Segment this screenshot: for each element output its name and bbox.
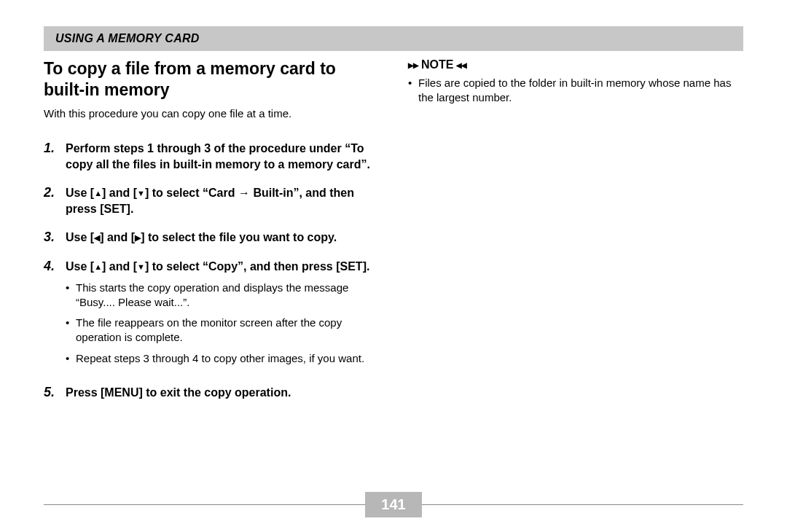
step-1: 1. Perform steps 1 through 3 of the proc… — [44, 141, 379, 172]
step-4: 4. Use [▲] and [▼] to select “Copy”, and… — [44, 259, 379, 372]
text-fragment: ] to select “Card — [145, 187, 238, 199]
text-fragment: Use [ — [66, 260, 94, 273]
list-item: •The file reappears on the monitor scree… — [66, 316, 379, 345]
triangle-up-icon: ▲ — [94, 262, 102, 273]
step-text: Use [▲] and [▼] to select “Card → Built-… — [66, 185, 379, 216]
section-title: USING A MEMORY CARD — [55, 32, 732, 45]
step-3: 3. Use [◀] and [▶] to select the file yo… — [44, 230, 379, 246]
step-number: 2. — [44, 185, 66, 216]
step-body: Use [◀] and [▶] to select the file you w… — [66, 230, 379, 246]
step-text: Use [◀] and [▶] to select the file you w… — [66, 230, 379, 246]
list-item: •This starts the copy operation and disp… — [66, 281, 379, 310]
bullet-text: Repeat steps 3 through 4 to copy other i… — [76, 351, 364, 366]
text-fragment: Use [ — [66, 187, 94, 199]
sub-bullets: •This starts the copy operation and disp… — [66, 281, 379, 366]
note-trailing-icon: ◀◀ — [456, 61, 466, 69]
text-fragment: Use [ — [66, 231, 94, 243]
bullet-icon: • — [408, 76, 418, 106]
content-columns: To copy a file from a memory card to bui… — [44, 58, 743, 413]
bullet-icon: • — [66, 281, 76, 310]
list-item: •Files are copied to the folder in built… — [408, 76, 743, 106]
triangle-down-icon: ▼ — [137, 188, 145, 199]
step-text: Use [▲] and [▼] to select “Copy”, and th… — [66, 259, 379, 275]
note-text: Files are copied to the folder in built-… — [418, 76, 743, 106]
footer-rule-right — [422, 504, 743, 505]
step-text: Press [MENU] to exit the copy operation. — [66, 385, 379, 401]
bullet-text: The file reappears on the monitor screen… — [76, 316, 379, 345]
step-number: 3. — [44, 230, 66, 246]
bullet-text: This starts the copy operation and displ… — [76, 281, 379, 310]
step-2: 2. Use [▲] and [▼] to select “Card → Bui… — [44, 185, 379, 216]
note-leading-icon: ▶▶ — [408, 61, 418, 69]
triangle-right-icon: ▶ — [135, 232, 141, 243]
note-list: •Files are copied to the folder in built… — [408, 76, 743, 106]
text-fragment: ] and [ — [100, 231, 135, 243]
intro-text: With this procedure you can copy one fil… — [44, 106, 379, 121]
manual-page: USING A MEMORY CARD To copy a file from … — [0, 0, 787, 532]
step-number: 5. — [44, 385, 66, 401]
text-fragment: ] to select “Copy”, and then press [SET]… — [145, 260, 370, 273]
footer-rule-left — [44, 504, 365, 505]
bullet-icon: • — [66, 351, 76, 366]
right-column: ▶▶ NOTE ◀◀ •Files are copied to the fold… — [408, 58, 743, 413]
bullet-icon: • — [66, 316, 76, 345]
page-footer: 141 — [44, 492, 743, 517]
page-title: To copy a file from a memory card to bui… — [44, 58, 379, 101]
step-body: Press [MENU] to exit the copy operation. — [66, 385, 379, 401]
text-fragment: ] to select the file you want to copy. — [141, 231, 337, 243]
procedure-steps: 1. Perform steps 1 through 3 of the proc… — [44, 141, 379, 400]
left-column: To copy a file from a memory card to bui… — [44, 58, 379, 413]
step-text: Perform steps 1 through 3 of the procedu… — [66, 141, 379, 172]
arrow-right-icon: → — [238, 187, 250, 199]
step-number: 4. — [44, 259, 66, 372]
note-label: NOTE — [421, 58, 453, 71]
note-heading: ▶▶ NOTE ◀◀ — [408, 58, 743, 71]
page-number: 141 — [365, 492, 421, 517]
step-body: Use [▲] and [▼] to select “Card → Built-… — [66, 185, 379, 216]
text-fragment: ] and [ — [102, 260, 137, 273]
section-header-bar: USING A MEMORY CARD — [44, 26, 743, 51]
list-item: •Repeat steps 3 through 4 to copy other … — [66, 351, 379, 366]
step-body: Perform steps 1 through 3 of the procedu… — [66, 141, 379, 172]
text-fragment: ] and [ — [102, 187, 137, 199]
footer-line: 141 — [44, 492, 743, 517]
step-5: 5. Press [MENU] to exit the copy operati… — [44, 385, 379, 401]
triangle-down-icon: ▼ — [137, 262, 145, 273]
step-number: 1. — [44, 141, 66, 172]
triangle-left-icon: ◀ — [94, 232, 100, 243]
step-body: Use [▲] and [▼] to select “Copy”, and th… — [66, 259, 379, 372]
triangle-up-icon: ▲ — [94, 188, 102, 199]
